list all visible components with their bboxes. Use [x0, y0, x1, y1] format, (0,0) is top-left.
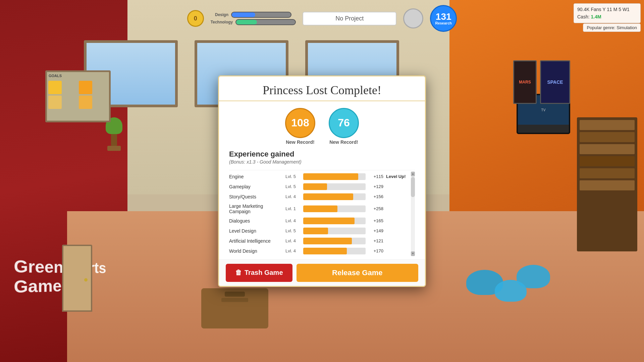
skill-bar-0 — [303, 173, 366, 180]
skill-xp-6: +121 — [368, 238, 383, 243]
skill-name-5: Level Design — [229, 228, 283, 234]
score-orange-value: 108 — [291, 117, 309, 129]
skills-container: Engine Lvl. 5 +115 Level Up! Gameplay Lv… — [229, 172, 415, 256]
skill-name-0: Engine — [229, 174, 283, 179]
skill-bar-5 — [303, 228, 366, 234]
skill-bar-2 — [303, 193, 366, 200]
skill-name-2: Story/Quests — [229, 194, 283, 199]
score-blue-value: 76 — [338, 117, 350, 129]
skill-bar-fill-0 — [303, 173, 358, 180]
skill-level-6: Lvl. 4 — [285, 238, 301, 243]
skill-xp-1: +129 — [368, 184, 383, 189]
experience-title: Experience gained — [229, 150, 415, 159]
trash-button-label: Trash Game — [245, 269, 283, 277]
skill-xp-3: +258 — [368, 206, 383, 211]
record-label-2: New Record! — [329, 139, 358, 145]
score-blue-circle: 76 — [329, 108, 359, 138]
trash-icon: 🗑 — [235, 269, 242, 277]
scrollbar-down-arrow[interactable]: ▼ — [411, 251, 415, 256]
skill-row-5: Level Design Lvl. 5 +149 — [229, 226, 410, 236]
release-game-button[interactable]: Release Game — [297, 264, 418, 282]
skill-xp-7: +170 — [368, 248, 383, 253]
skill-bar-3 — [303, 205, 366, 212]
skill-bar-fill-4 — [303, 218, 355, 224]
skill-xp-4: +165 — [368, 218, 383, 223]
trash-game-button[interactable]: 🗑 Trash Game — [226, 264, 292, 282]
skill-bar-6 — [303, 238, 366, 244]
skill-levelup-0: Level Up! — [386, 174, 410, 179]
modal-footer: 🗑 Trash Game Release Game — [219, 259, 425, 286]
skill-xp-0: +115 — [368, 174, 383, 179]
skill-bar-7 — [303, 248, 366, 254]
skills-header — [229, 169, 415, 170]
skill-name-7: World Design — [229, 248, 283, 254]
skills-list: Engine Lvl. 5 +115 Level Up! Gameplay Lv… — [229, 172, 410, 256]
release-button-label: Release Game — [332, 268, 382, 277]
skill-level-4: Lvl. 4 — [285, 218, 301, 223]
skill-xp-2: +156 — [368, 194, 383, 199]
scrollbar-thumb[interactable] — [411, 177, 415, 197]
skill-row-0: Engine Lvl. 5 +115 Level Up! — [229, 172, 410, 182]
skill-bar-fill-3 — [303, 205, 337, 212]
completion-modal: Princess Lost Complete! 108 New Record! … — [218, 75, 426, 287]
modal-header: Princess Lost Complete! — [219, 76, 425, 101]
skill-level-2: Lvl. 4 — [285, 194, 301, 199]
skill-level-0: Lvl. 5 — [285, 174, 301, 179]
skill-level-5: Lvl. 5 — [285, 228, 301, 233]
skill-level-1: Lvl. 5 — [285, 184, 301, 189]
modal-title: Princess Lost Complete! — [229, 83, 415, 97]
score-orange-circle: 108 — [285, 108, 315, 138]
skill-bar-1 — [303, 183, 366, 190]
skill-level-7: Lvl. 4 — [285, 248, 301, 253]
skill-bar-fill-5 — [303, 228, 328, 234]
skill-name-3: Large Marketing Campaign — [229, 203, 283, 214]
skill-name-6: Artificial Intelligence — [229, 238, 283, 244]
skill-name-4: Dialogues — [229, 218, 283, 224]
skill-row-4: Dialogues Lvl. 4 +165 — [229, 216, 410, 226]
skill-bar-fill-6 — [303, 238, 352, 244]
skill-row-7: World Design Lvl. 4 +170 — [229, 246, 410, 256]
skill-row-2: Story/Quests Lvl. 4 +156 — [229, 192, 410, 202]
modal-scores: 108 New Record! 76 New Record! — [219, 101, 425, 146]
skill-xp-5: +149 — [368, 228, 383, 233]
skill-name-1: Gameplay — [229, 184, 283, 189]
skill-bar-fill-7 — [303, 248, 347, 254]
modal-overlay: Princess Lost Complete! 108 New Record! … — [0, 0, 644, 362]
skill-row-3: Large Marketing Campaign Lvl. 1 +258 — [229, 202, 410, 216]
skill-bar-fill-1 — [303, 183, 327, 190]
scrollbar-track[interactable]: ▲ ▼ — [411, 172, 415, 256]
skill-bar-4 — [303, 218, 366, 224]
score-orange-group: 108 New Record! — [285, 108, 315, 145]
modal-body: Experience gained (Bonus: x1.3 - Good Ma… — [219, 146, 425, 259]
skill-level-3: Lvl. 1 — [285, 206, 301, 211]
skill-row-6: Artificial Intelligence Lvl. 4 +121 — [229, 236, 410, 246]
experience-bonus: (Bonus: x1.3 - Good Management) — [229, 159, 415, 165]
scrollbar-up-arrow[interactable]: ▲ — [411, 172, 415, 176]
skill-row-1: Gameplay Lvl. 5 +129 — [229, 182, 410, 192]
skill-bar-fill-2 — [303, 193, 353, 200]
score-blue-group: 76 New Record! — [329, 108, 359, 145]
record-label-1: New Record! — [286, 139, 315, 145]
